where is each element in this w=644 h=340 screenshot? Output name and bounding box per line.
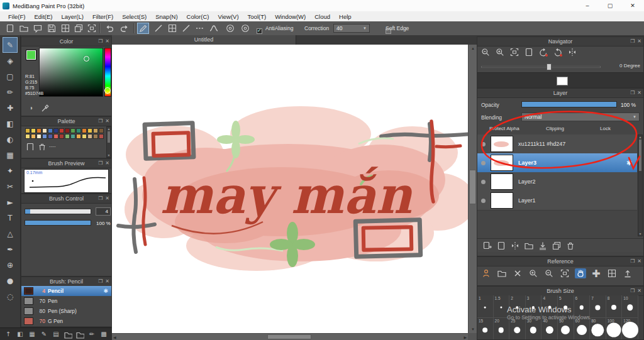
snap-cross-icon[interactable] (166, 23, 178, 34)
layer-list-scrollbar[interactable]: ▲▼ (638, 134, 643, 236)
foreground-color-swatch[interactable] (26, 50, 36, 60)
popout-icon[interactable]: ❒ (98, 117, 103, 126)
saturation-value-picker[interactable] (39, 48, 103, 97)
reference-fit-icon[interactable] (559, 268, 570, 278)
layer-row-xu1211k11[interactable]: xu1211k11 #hd247 (477, 134, 637, 154)
rotate-right-icon[interactable] (552, 47, 563, 57)
gradient-tool-icon[interactable]: ◐ (3, 131, 18, 147)
palette-swatch[interactable] (42, 128, 47, 133)
brush-opacity-slider[interactable] (25, 220, 91, 226)
palette-swatch[interactable] (82, 128, 87, 133)
actual-size-icon[interactable] (523, 47, 534, 57)
palette-swatch[interactable] (70, 134, 75, 139)
fit-window-icon[interactable] (509, 47, 519, 57)
palette-swatch[interactable] (42, 134, 47, 139)
menu-item-layer[interactable]: Layer(L) (57, 13, 88, 20)
menu-item-edit[interactable]: Edit(E) (30, 13, 57, 20)
palette-swatch[interactable] (59, 128, 64, 133)
palette-swatch[interactable] (25, 128, 30, 133)
reference-hand-icon[interactable] (575, 268, 586, 278)
palette-swatch[interactable] (36, 128, 42, 133)
layer-visibility-dot[interactable] (481, 199, 486, 203)
select-tool-icon[interactable]: ▦ (3, 147, 18, 163)
menu-item-help[interactable]: Help (335, 13, 356, 20)
brush-settings-icon[interactable]: ✱ (103, 288, 108, 294)
popout-icon[interactable]: ❒ (98, 194, 103, 203)
reference-grid-icon[interactable] (606, 268, 618, 278)
snap-dash-icon[interactable] (194, 23, 206, 34)
brush-size-cell-20[interactable]: 20 (494, 318, 510, 340)
brush-size-cell-40[interactable]: 40 (541, 318, 558, 340)
brush-size-slider[interactable] (25, 209, 91, 214)
close-icon[interactable]: ✕ (637, 287, 641, 295)
palette-swatch[interactable] (93, 128, 98, 133)
hue-slider[interactable] (104, 48, 111, 97)
document-tab-untitled[interactable]: Untitled (112, 35, 296, 45)
palette-swatch[interactable] (82, 134, 87, 139)
layer-order-icon[interactable] (510, 241, 519, 250)
rotation-slider[interactable] (481, 66, 601, 68)
close-icon[interactable]: ✕ (637, 257, 641, 266)
screen-color-picker-icon[interactable] (40, 103, 49, 112)
antialiasing-checkbox[interactable] (257, 28, 262, 34)
reference-zoom-out-icon[interactable] (543, 268, 555, 278)
brush-size-value[interactable]: 4 (96, 207, 111, 216)
brush-item-pen-sharp[interactable]: 80 Pen (Sharp) (21, 306, 111, 317)
palette-swatch[interactable] (76, 134, 81, 139)
magic-wand-tool-icon[interactable]: ✦ (3, 163, 18, 178)
palette-swatch[interactable] (48, 134, 53, 139)
undo-icon[interactable] (103, 23, 115, 34)
menu-item-snap[interactable]: Snap(N) (151, 13, 182, 20)
brush-size-cell-1.5[interactable]: 1.5 (494, 295, 510, 318)
operation-tool-icon[interactable]: ► (3, 194, 18, 210)
menu-item-filter[interactable]: Filter(F) (88, 13, 118, 20)
close-icon[interactable]: ✕ (105, 277, 109, 286)
reference-zoom-in-icon[interactable] (528, 268, 539, 278)
merge-down-icon[interactable] (538, 241, 547, 250)
palette-swatch[interactable] (48, 128, 53, 133)
delete-color-icon[interactable] (37, 142, 45, 150)
snap-curve-icon[interactable] (208, 23, 219, 34)
brush-size-cell-8[interactable]: 8 (606, 295, 623, 318)
popout-icon[interactable]: ❒ (98, 277, 103, 286)
layer-row-layer1[interactable]: Layer1 (477, 191, 637, 211)
menu-item-select[interactable]: Select(S) (118, 13, 151, 20)
popout-icon[interactable]: ❒ (630, 89, 635, 97)
drawing-canvas[interactable]: may mắn (112, 45, 468, 333)
palette-swatch[interactable] (36, 134, 42, 139)
brush-size-cell-3[interactable]: 3 (526, 295, 542, 318)
popout-icon[interactable]: ❒ (98, 37, 103, 46)
palette-swatch[interactable] (65, 134, 70, 139)
snap-radial-icon[interactable] (239, 23, 251, 34)
palette-swatch[interactable] (31, 128, 36, 133)
delete-layer-icon[interactable] (565, 241, 575, 250)
palette-swatch[interactable] (87, 134, 92, 139)
close-icon[interactable]: ✕ (637, 37, 641, 46)
eraser-tool-icon[interactable]: ◈ (3, 53, 18, 69)
palette-swatch[interactable] (65, 128, 70, 133)
workspace-layout-icon[interactable] (86, 23, 97, 34)
toggle-palette-panel-icon[interactable]: ▦ (28, 330, 36, 339)
zoom-in-icon[interactable] (494, 47, 505, 57)
toggle-color-panel-icon[interactable]: ◧ (16, 330, 25, 339)
popout-icon[interactable]: ❒ (630, 37, 635, 46)
brush-size-cell-50[interactable]: 50 (558, 318, 574, 340)
minimize-button[interactable]: – (576, 0, 599, 11)
palette-swatch[interactable] (31, 134, 36, 139)
layer-row-layer3[interactable]: Layer3 ✱ (477, 153, 637, 173)
snap-ellipse-icon[interactable] (224, 23, 236, 34)
brush-size-cell-2[interactable]: 2 (509, 295, 526, 318)
palette-swatch[interactable] (93, 134, 98, 139)
bucket-tool-icon[interactable]: ◧ (3, 116, 18, 131)
eyedropper-tool-icon[interactable]: ✒ (3, 241, 18, 257)
layer-row-layer2[interactable]: Layer2 (477, 172, 637, 192)
select-pen-tool-icon[interactable]: ✂ (3, 178, 18, 194)
add-layer-icon[interactable] (482, 241, 492, 250)
toggle-brush-preview-icon[interactable]: ✎ (40, 330, 48, 339)
rotation-slider-handle[interactable] (547, 63, 552, 70)
comment-icon[interactable] (31, 23, 43, 34)
toggle-brush-panel-icon[interactable]: ✏ (87, 330, 96, 339)
brush-size-cell-120[interactable]: 120 (622, 318, 638, 340)
brush-size-cell-30[interactable]: 30 (526, 318, 542, 340)
palette-swatch[interactable] (76, 128, 81, 133)
